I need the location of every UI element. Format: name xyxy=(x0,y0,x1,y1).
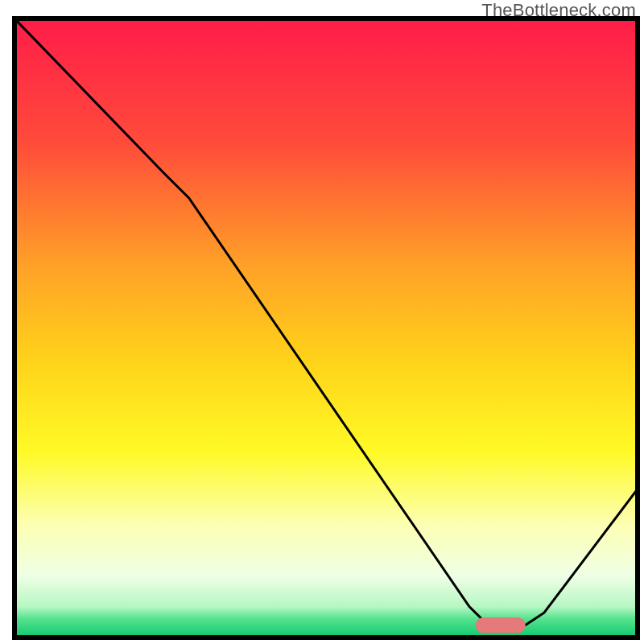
optimal-marker xyxy=(476,617,526,633)
gradient-background xyxy=(14,19,638,638)
bottleneck-chart xyxy=(0,0,644,644)
chart-container: TheBottleneck.com xyxy=(0,0,644,644)
